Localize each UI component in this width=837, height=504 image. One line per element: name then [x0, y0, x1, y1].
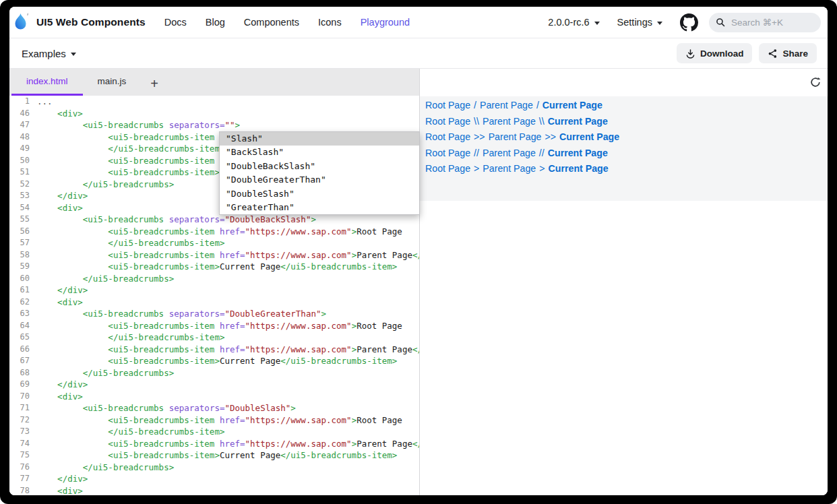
brand-title[interactable]: UI5 Web Components [36, 16, 146, 28]
code-line[interactable]: 73 </ui5-breadcrumbs-item> [9, 426, 419, 438]
code-line-text: </ui5-breadcrumbs> [37, 462, 174, 474]
breadcrumb-link[interactable]: Root Page [425, 163, 470, 174]
line-number: 57 [9, 237, 30, 249]
nav-item-blog[interactable]: Blog [206, 17, 225, 28]
line-number: 70 [9, 391, 30, 403]
dropdown-option[interactable]: "DoubleSlash" [220, 187, 419, 201]
breadcrumb-link[interactable]: Root Page [425, 148, 470, 158]
top-navbar: UI5 Web Components DocsBlogComponentsIco… [9, 7, 828, 38]
code-line[interactable]: 76 </ui5-breadcrumbs> [9, 462, 419, 474]
app-window-frame: UI5 Web Components DocsBlogComponentsIco… [0, 0, 837, 504]
search-input[interactable] [730, 17, 814, 28]
refresh-icon[interactable] [809, 76, 822, 88]
code-line-text: </ui5-breadcrumbs-item> [37, 426, 224, 438]
version-label: 2.0.0-rc.6 [548, 17, 589, 28]
code-line[interactable]: 61 </div> [9, 284, 419, 296]
nav-item-icons[interactable]: Icons [318, 17, 342, 28]
breadcrumb: Root Page/Parent Page/Current Page [425, 98, 822, 114]
examples-dropdown[interactable]: Examples [22, 48, 76, 59]
ui5-flame-logo-icon[interactable] [13, 12, 30, 32]
version-dropdown[interactable]: 2.0.0-rc.6 [548, 17, 599, 28]
breadcrumb-link[interactable]: Parent Page [480, 100, 533, 111]
search-icon [716, 18, 725, 27]
breadcrumb-current: Current Page [549, 163, 609, 174]
search-box[interactable] [709, 13, 821, 32]
settings-dropdown[interactable]: Settings [617, 17, 662, 28]
code-line-text: <ui5-breadcrumbs-item href="https://www.… [37, 438, 419, 450]
code-line[interactable]: 67 <ui5-breadcrumbs-item>Current Page</u… [9, 355, 419, 367]
line-number: 77 [9, 473, 30, 485]
breadcrumb-separator: // [536, 148, 548, 158]
code-line[interactable]: 46 <div> [9, 108, 419, 120]
code-line-text: <ui5-breadcrumbs separators="DoubleSlash… [37, 402, 296, 414]
github-icon[interactable] [680, 13, 698, 32]
nav-item-components[interactable]: Components [244, 17, 299, 28]
code-line-text: <div> [37, 202, 83, 214]
code-line[interactable]: 68 </ui5-breadcrumbs> [9, 367, 419, 379]
code-line[interactable]: 1... [9, 96, 419, 108]
dropdown-option[interactable]: "BackSlash" [220, 146, 419, 159]
code-line-text: <ui5-breadcrumbs-item>Current Page</ui5-… [37, 261, 397, 273]
code-line[interactable]: 59 <ui5-breadcrumbs-item>Current Page</u… [9, 261, 419, 273]
line-number: 61 [9, 284, 30, 296]
code-line[interactable]: 74 <ui5-breadcrumbs-item href="https://w… [9, 438, 419, 450]
code-line-text: <ui5-breadcrumbs-item>Current Page</ui5-… [37, 355, 397, 367]
code-line-text: <ui5-breadcrumbs-item href="https://www.… [37, 249, 419, 261]
code-line[interactable]: 58 <ui5-breadcrumbs-item href="https://w… [9, 249, 419, 261]
dropdown-option[interactable]: "GreaterThan" [220, 201, 419, 214]
tab-index.html[interactable]: index.html [11, 69, 83, 96]
breadcrumb-link[interactable]: Root Page [425, 131, 470, 142]
code-line-text: </div> [37, 379, 88, 391]
dropdown-option[interactable]: "DoubleGreaterThan" [220, 173, 419, 187]
code-line[interactable]: 78 <div> [9, 485, 419, 496]
code-line-text: <ui5-breadcrumbs separators=""> [37, 119, 240, 131]
download-icon [685, 49, 695, 59]
code-line[interactable]: 47 <ui5-breadcrumbs separators=""> [9, 119, 419, 131]
code-line[interactable]: 75 <ui5-breadcrumbs-item>Current Page</u… [9, 449, 419, 462]
breadcrumb-link[interactable]: Parent Page [483, 116, 536, 127]
code-line[interactable]: 65 </ui5-breadcrumbs-item> [9, 332, 419, 344]
breadcrumb-current: Current Page [548, 116, 608, 127]
line-number: 72 [9, 414, 30, 427]
download-button[interactable]: Download [677, 43, 753, 63]
breadcrumb-link[interactable]: Parent Page [483, 148, 536, 158]
dropdown-option[interactable]: "Slash" [220, 132, 419, 146]
code-line[interactable]: 69 </div> [9, 379, 419, 391]
breadcrumb-link[interactable]: Parent Page [489, 131, 542, 142]
line-number: 75 [9, 449, 30, 462]
code-line[interactable]: 72 <ui5-breadcrumbs-item href="https://w… [9, 414, 419, 427]
code-line[interactable]: 63 <ui5-breadcrumbs separators="DoubleGr… [9, 308, 419, 320]
code-line[interactable]: 64 <ui5-breadcrumbs-item href="https://w… [9, 320, 419, 332]
autocomplete-dropdown: "Slash""BackSlash""DoubleBackSlash""Doub… [219, 131, 420, 215]
tab-main.js[interactable]: main.js [83, 69, 142, 96]
line-number: 55 [9, 214, 30, 226]
breadcrumb-separator: >> [542, 131, 560, 142]
nav-item-playground[interactable]: Playground [361, 17, 410, 28]
code-line[interactable]: 62 <div> [9, 296, 419, 309]
dropdown-option[interactable]: "DoubleBackSlash" [220, 160, 419, 173]
code-line[interactable]: 66 <ui5-breadcrumbs-item href="https://w… [9, 344, 419, 356]
breadcrumb-link[interactable]: Root Page [425, 100, 470, 111]
code-line[interactable]: 77 </div> [9, 473, 419, 485]
nav-item-docs[interactable]: Docs [164, 17, 187, 28]
line-number: 66 [9, 344, 30, 356]
download-label: Download [700, 49, 744, 59]
breadcrumb: Root Page//Parent Page//Current Page [425, 146, 822, 162]
line-number: 73 [9, 426, 30, 438]
code-line[interactable]: 70 <div> [9, 391, 419, 403]
code-line[interactable]: 55 <ui5-breadcrumbs separators="DoubleBa… [9, 214, 419, 226]
code-line[interactable]: 56 <ui5-breadcrumbs-item href="https://w… [9, 226, 419, 238]
add-tab-button[interactable]: + [150, 77, 158, 90]
breadcrumb-separator: >> [470, 131, 489, 142]
breadcrumb-current: Current Page [548, 148, 608, 158]
editor-tabs: index.htmlmain.js [11, 69, 141, 96]
code-line[interactable]: 57 </ui5-breadcrumbs-item> [9, 237, 419, 249]
breadcrumb-link[interactable]: Root Page [425, 116, 470, 127]
breadcrumb-separator: \\ [470, 116, 483, 127]
code-line[interactable]: 60 </ui5-breadcrumbs> [9, 273, 419, 285]
code-line[interactable]: 71 <ui5-breadcrumbs separators="DoubleSl… [9, 402, 419, 414]
breadcrumb-separator: / [533, 100, 542, 111]
code-line-text: </ui5-breadcrumbs> [37, 367, 174, 379]
share-button[interactable]: Share [759, 43, 817, 63]
breadcrumb-link[interactable]: Parent Page [483, 163, 536, 174]
